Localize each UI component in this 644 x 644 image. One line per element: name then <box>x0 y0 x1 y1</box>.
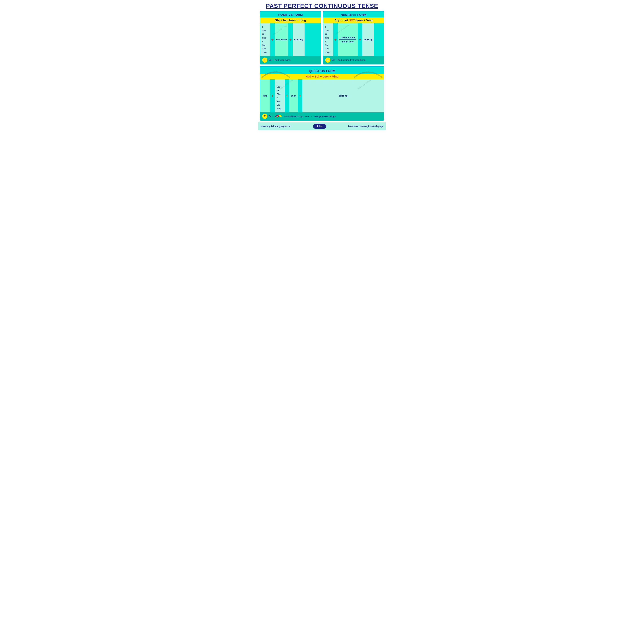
negative-verb-top: had not been <box>341 36 355 39</box>
negative-plus2: + <box>358 23 362 56</box>
positive-content: English Study Page IYouHeSheItWeYouThey … <box>260 23 321 56</box>
negative-heading: NEGATIVE FORM <box>323 11 384 17</box>
question-example-result: Had you been living? <box>314 115 336 118</box>
positive-plus1: + <box>270 23 275 56</box>
question-example-sentence: You had been living. <box>284 115 303 118</box>
question-pronouns: IYouHeSheItWeYouThey <box>275 79 285 112</box>
negative-pronouns: IYouHeSheItWeYouThey <box>323 23 333 56</box>
question-plus2: + <box>285 79 289 112</box>
question-heading: QUESTION FORM <box>262 69 382 73</box>
positive-heading: POSITIVE FORM <box>260 11 321 17</box>
question-had: Had <box>260 79 270 112</box>
question-badge: ? <box>262 114 267 119</box>
negative-formula-end: been + Ving <box>355 19 373 22</box>
positive-pronouns: IYouHeSheItWeYouThey <box>260 23 270 56</box>
negative-formula-start: Sbj + had <box>334 19 349 22</box>
question-form-box: www.englishstudypage.com www.englishstud… <box>260 66 384 121</box>
top-section: POSITIVE FORM Sbj + had been + Ving Engl… <box>258 11 386 66</box>
footer-left: www.englishstudypage.com <box>261 125 291 128</box>
question-ex-label: Ex: <box>268 115 272 118</box>
question-example-bar: ? Ex: You had been living. – – → Had you… <box>260 112 384 120</box>
negative-example-text: I had not (hadn't) been living. <box>337 59 366 61</box>
negative-ving: starting <box>362 23 374 56</box>
positive-form-box: POSITIVE FORM Sbj + had been + Ving Engl… <box>260 11 321 64</box>
question-plus1: + <box>270 79 275 112</box>
negative-plus1: + <box>333 23 338 56</box>
question-formula: Had + Sbj + been+ Ving <box>260 74 384 79</box>
negative-verb-col: had not been hadn't been <box>338 23 358 56</box>
positive-badge: + <box>262 57 267 63</box>
question-plus3: + <box>298 79 302 112</box>
question-arrow: – – → <box>305 115 312 118</box>
page-title: PAST PERFECT CONTINUOUS TENSE <box>258 0 386 11</box>
positive-ving: starting <box>293 23 304 56</box>
positive-plus2: + <box>288 23 293 56</box>
positive-example-text: I had been living. <box>274 59 291 61</box>
positive-verb: had been <box>275 23 288 56</box>
negative-verb-bottom: hadn't been <box>341 40 354 43</box>
question-title-area: www.englishstudypage.com www.englishstud… <box>260 67 384 74</box>
positive-example-bar: + Ex: I had been living. <box>260 56 321 64</box>
positive-formula: Sbj + had been + Ving <box>260 17 321 23</box>
negative-divider <box>339 39 356 40</box>
negative-content: English Study Page IYouHeSheItWeYouThey … <box>323 23 384 56</box>
negative-formula-not: NOT <box>349 19 355 22</box>
question-been: been <box>289 79 298 112</box>
arrow-svg <box>274 114 282 119</box>
negative-form-box: NEGATIVE FORM Sbj + had NOT been + Ving … <box>323 11 384 64</box>
question-ving: starting <box>302 79 384 112</box>
negative-example-bar: – Ex: I had not (hadn't) been living. <box>323 56 384 64</box>
negative-badge: – <box>325 57 330 63</box>
negative-formula: Sbj + had NOT been + Ving <box>323 17 384 23</box>
page-wrapper: PAST PERFECT CONTINUOUS TENSE POSITIVE F… <box>258 0 386 130</box>
like-button[interactable]: Like <box>313 124 326 129</box>
negative-ex-label: Ex: <box>332 59 335 61</box>
footer-right: facebook.com/englishstudypage <box>348 125 383 128</box>
footer: www.englishstudypage.com Like facebook.c… <box>258 122 386 130</box>
question-content: English Study Page English Study Page Ha… <box>260 79 384 112</box>
positive-ex-label: Ex: <box>269 59 272 61</box>
